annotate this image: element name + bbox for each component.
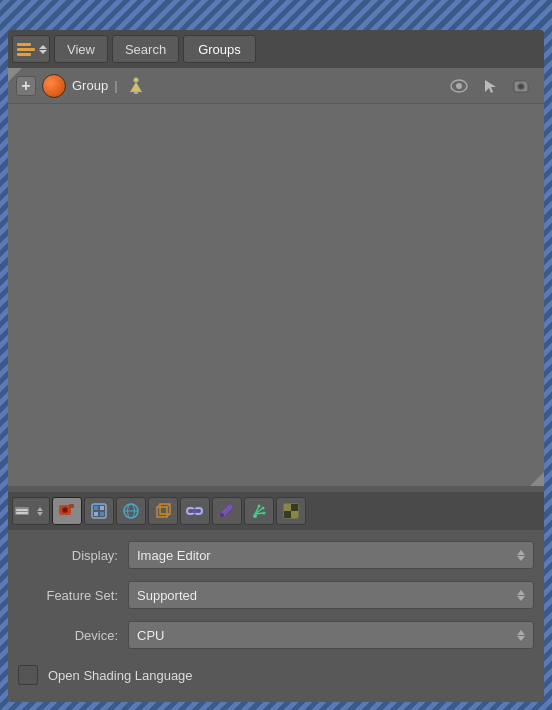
dropdown-arrow-icon <box>517 550 525 561</box>
mode-arrows <box>39 45 47 54</box>
top-toolbar: View Search Groups <box>8 30 544 68</box>
feature-set-dropdown[interactable]: Supported <box>128 581 534 609</box>
scene-right-icons <box>446 73 536 99</box>
svg-rect-18 <box>100 512 104 516</box>
svg-marker-5 <box>485 80 496 93</box>
view-label: View <box>67 42 95 57</box>
list-icon-line <box>17 43 31 46</box>
physics-properties-button[interactable] <box>276 497 306 525</box>
feature-set-label: Feature Set: <box>18 588 128 603</box>
select-cursor-button[interactable] <box>478 73 504 99</box>
svg-rect-2 <box>134 92 138 94</box>
svg-point-4 <box>456 83 462 89</box>
display-label: Display: <box>18 548 128 563</box>
feature-set-value: Supported <box>137 588 197 603</box>
main-window: View Search Groups + Group | <box>8 30 544 702</box>
arrow-down-icon <box>39 50 47 54</box>
device-label: Device: <box>18 628 128 643</box>
svg-rect-39 <box>284 504 291 511</box>
scene-row: + Group | <box>8 68 544 104</box>
group-label: Group <box>72 78 108 93</box>
device-value: CPU <box>137 628 164 643</box>
separator: | <box>114 78 117 93</box>
dropdown-arrow-icon <box>517 630 525 641</box>
svg-rect-40 <box>291 511 298 518</box>
editor-type-button[interactable] <box>12 497 50 525</box>
visibility-eye-button[interactable] <box>446 73 472 99</box>
dropdown-arrow-icon <box>517 590 525 601</box>
view-button[interactable]: View <box>54 35 108 63</box>
corner-br <box>530 472 544 486</box>
svg-point-8 <box>519 84 523 88</box>
osl-label: Open Shading Language <box>48 668 193 683</box>
object-properties-button[interactable] <box>148 497 178 525</box>
groups-button[interactable]: Groups <box>183 35 256 63</box>
svg-rect-22 <box>157 507 167 517</box>
editor-icon <box>13 498 31 524</box>
svg-rect-42 <box>284 511 291 518</box>
svg-point-35 <box>258 505 261 508</box>
outliner-mode-button[interactable] <box>12 35 50 63</box>
lamp-icon <box>124 74 148 98</box>
scene-properties-button[interactable] <box>84 497 114 525</box>
svg-point-12 <box>64 509 67 512</box>
display-dropdown[interactable]: Image Editor <box>128 541 534 569</box>
svg-rect-17 <box>94 512 98 516</box>
device-row: Device: CPU <box>18 618 534 652</box>
corner-tl <box>8 68 22 82</box>
svg-rect-41 <box>291 504 298 511</box>
search-label: Search <box>125 42 166 57</box>
search-button[interactable]: Search <box>112 35 179 63</box>
list-icon-line <box>17 48 35 51</box>
svg-rect-15 <box>94 506 98 510</box>
world-properties-button[interactable] <box>116 497 146 525</box>
svg-marker-1 <box>130 82 142 92</box>
osl-checkbox[interactable] <box>18 665 38 685</box>
arrow-up-icon <box>39 45 47 49</box>
svg-point-30 <box>220 513 224 517</box>
lamp-svg <box>126 76 146 96</box>
render-properties-button[interactable] <box>52 497 82 525</box>
particle-properties-button[interactable] <box>244 497 274 525</box>
list-icon <box>15 41 37 58</box>
svg-point-37 <box>263 512 266 515</box>
svg-point-36 <box>262 507 265 510</box>
bottom-toolbar <box>8 492 544 530</box>
feature-set-row: Feature Set: Supported <box>18 578 534 612</box>
modifier-properties-button[interactable] <box>212 497 242 525</box>
scene-area: + Group | <box>8 68 544 486</box>
list-icon-line <box>17 53 31 56</box>
display-row: Display: Image Editor <box>18 538 534 572</box>
group-icon <box>42 74 66 98</box>
groups-label: Groups <box>198 42 241 57</box>
render-camera-button[interactable] <box>510 73 536 99</box>
svg-rect-9 <box>526 79 532 84</box>
scene-content <box>8 104 544 486</box>
svg-rect-16 <box>100 506 104 510</box>
properties-panel: Display: Image Editor Feature Set: Suppo… <box>8 530 544 702</box>
display-value: Image Editor <box>137 548 211 563</box>
osl-row: Open Shading Language <box>18 658 534 692</box>
svg-rect-29 <box>192 509 197 513</box>
constraint-properties-button[interactable] <box>180 497 210 525</box>
svg-rect-13 <box>69 504 74 508</box>
editor-arrows <box>31 498 49 524</box>
device-dropdown[interactable]: CPU <box>128 621 534 649</box>
svg-point-31 <box>253 514 257 518</box>
